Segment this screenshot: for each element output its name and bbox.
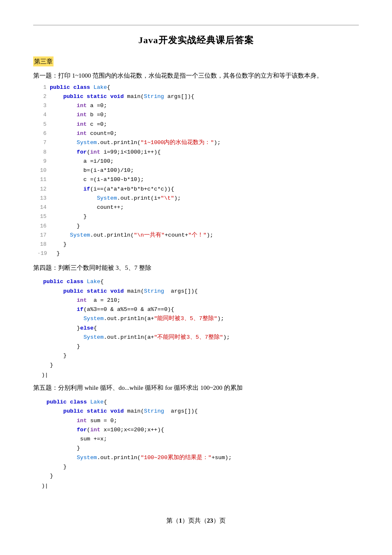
top-divider bbox=[33, 25, 359, 25]
page-footer: 第（1）页共（23）页 bbox=[33, 516, 359, 526]
code-block-1: 1public class Lake{ 2 public static void… bbox=[33, 83, 359, 259]
q1-title: 第一题：打印 1~1000 范围内的水仙花数，水仙花数是指一个三位数，其各位数字… bbox=[33, 71, 359, 81]
page-title: Java开发实战经典课后答案 bbox=[33, 33, 359, 47]
current-page: 1 bbox=[179, 517, 182, 524]
title-rest: 开发实战经典课后答案 bbox=[158, 35, 254, 45]
title-java: Java bbox=[139, 35, 158, 45]
code-block-2: public class Lake{ public static void ma… bbox=[33, 277, 359, 370]
code-block-3: public class Lake{ public static void ma… bbox=[33, 398, 359, 481]
q5-title: 第五题：分别利用 while 循环、do...while 循环和 for 循环求… bbox=[33, 383, 359, 394]
total-pages: 23 bbox=[207, 517, 213, 524]
chapter-label: 第三章 bbox=[33, 56, 54, 66]
q4-title: 第四题：判断三个数同时能被 3、5、7 整除 bbox=[33, 263, 359, 274]
